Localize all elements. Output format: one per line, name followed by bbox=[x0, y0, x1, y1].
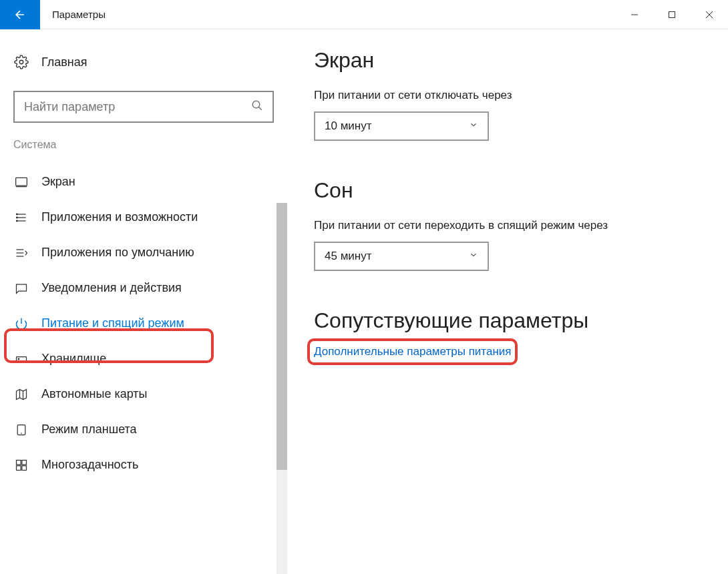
sidebar-item-multitasking[interactable]: Многозадачность bbox=[0, 447, 287, 483]
close-button[interactable] bbox=[691, 0, 728, 29]
dropdown-screen-timeout[interactable]: 10 минут bbox=[314, 111, 489, 141]
search-input[interactable] bbox=[24, 100, 251, 114]
multitasking-icon bbox=[13, 459, 29, 472]
default-apps-icon bbox=[13, 246, 29, 260]
sidebar-item-label: Автономные карты bbox=[41, 387, 148, 401]
svg-rect-27 bbox=[22, 460, 27, 465]
sidebar-item-label: Экран bbox=[41, 175, 75, 189]
svg-point-13 bbox=[17, 217, 18, 218]
link-additional-power[interactable]: Дополнительные параметры питания bbox=[314, 345, 511, 358]
chevron-down-icon bbox=[469, 120, 478, 132]
section-heading-screen: Экран bbox=[314, 48, 701, 73]
search-icon bbox=[251, 99, 263, 114]
titlebar: Параметры bbox=[0, 0, 728, 29]
svg-point-14 bbox=[17, 220, 18, 222]
svg-line-6 bbox=[258, 107, 262, 110]
field-label-screen: При питании от сети отключать через bbox=[314, 89, 701, 102]
close-icon bbox=[705, 11, 713, 19]
category-label: Система bbox=[0, 139, 287, 151]
window-controls bbox=[616, 0, 728, 29]
maximize-button[interactable] bbox=[653, 0, 691, 29]
home-button[interactable]: Главная bbox=[0, 49, 287, 75]
apps-icon bbox=[13, 211, 29, 224]
chevron-down-icon bbox=[469, 250, 478, 262]
sidebar-item-label: Уведомления и действия bbox=[41, 281, 182, 295]
power-icon bbox=[13, 317, 29, 330]
svg-point-5 bbox=[252, 101, 260, 108]
sidebar-item-notifications[interactable]: Уведомления и действия bbox=[0, 270, 287, 306]
dropdown-sleep-timeout[interactable]: 45 минут bbox=[314, 242, 489, 271]
svg-point-4 bbox=[19, 60, 23, 64]
back-button[interactable] bbox=[0, 0, 40, 29]
gear-icon bbox=[13, 55, 29, 69]
nav-list: Экран Приложения и возможности Приложени… bbox=[0, 164, 287, 483]
maximize-icon bbox=[668, 11, 676, 19]
svg-rect-7 bbox=[16, 178, 27, 186]
storage-icon bbox=[13, 352, 29, 366]
minimize-icon bbox=[630, 11, 639, 19]
svg-point-20 bbox=[18, 358, 19, 360]
svg-point-12 bbox=[17, 214, 18, 215]
display-icon bbox=[13, 176, 29, 189]
minimize-button[interactable] bbox=[616, 0, 653, 29]
section-heading-related: Сопутствующие параметры bbox=[314, 308, 701, 333]
section-heading-sleep: Сон bbox=[314, 178, 701, 203]
sidebar-item-label: Хранилище bbox=[41, 352, 106, 366]
sidebar-item-label: Питание и спящий режим bbox=[41, 316, 184, 330]
sidebar-item-display[interactable]: Экран bbox=[0, 164, 287, 200]
map-icon bbox=[13, 388, 29, 401]
svg-marker-21 bbox=[17, 389, 27, 399]
sidebar-item-label: Многозадачность bbox=[41, 458, 138, 472]
search-box[interactable] bbox=[13, 91, 274, 123]
tablet-icon bbox=[13, 423, 29, 437]
notifications-icon bbox=[13, 282, 29, 295]
sidebar-item-storage[interactable]: Хранилище bbox=[0, 341, 287, 376]
arrow-left-icon bbox=[13, 8, 27, 21]
sidebar-item-default-apps[interactable]: Приложения по умолчанию bbox=[0, 235, 287, 270]
main-content: Экран При питании от сети отключать чере… bbox=[287, 29, 728, 574]
dropdown-value: 10 минут bbox=[325, 119, 372, 133]
home-label: Главная bbox=[41, 55, 87, 69]
svg-rect-28 bbox=[17, 465, 21, 470]
svg-rect-26 bbox=[17, 460, 21, 465]
sidebar: Главная Система Экран Приложения и возмо… bbox=[0, 29, 287, 574]
sidebar-item-label: Приложения по умолчанию bbox=[41, 246, 194, 260]
sidebar-item-tablet[interactable]: Режим планшета bbox=[0, 412, 287, 447]
sidebar-item-label: Режим планшета bbox=[41, 422, 137, 437]
sidebar-item-apps[interactable]: Приложения и возможности bbox=[0, 200, 287, 235]
svg-rect-29 bbox=[22, 465, 27, 470]
sidebar-item-maps[interactable]: Автономные карты bbox=[0, 376, 287, 412]
sidebar-item-power[interactable]: Питание и спящий режим bbox=[0, 306, 287, 341]
dropdown-value: 45 минут bbox=[325, 250, 372, 263]
window-title: Параметры bbox=[40, 9, 616, 20]
sidebar-item-label: Приложения и возможности bbox=[41, 210, 198, 224]
field-label-sleep: При питании от сети переходить в спящий … bbox=[314, 219, 701, 232]
svg-rect-1 bbox=[669, 11, 675, 17]
scrollbar-thumb[interactable] bbox=[277, 203, 287, 470]
